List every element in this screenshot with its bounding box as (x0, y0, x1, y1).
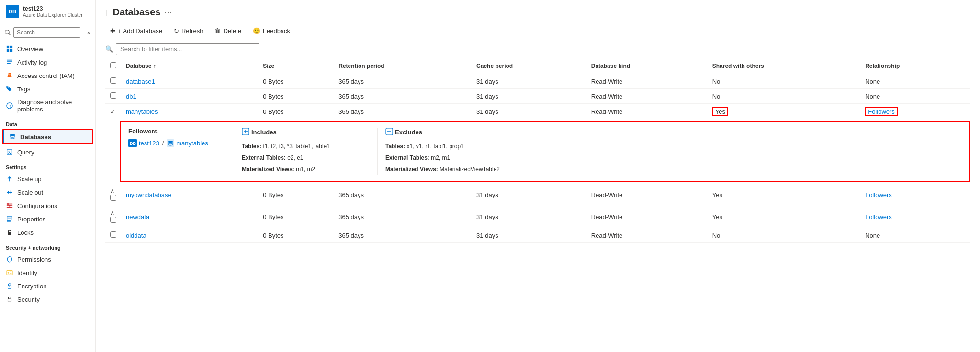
table-row: ∧ newdata 0 Bytes 365 days 31 days Read-… (105, 206, 970, 228)
followers-expanded-row: Followers DB test123 / (105, 120, 970, 184)
sidebar-item-activity-log[interactable]: Activity log (0, 55, 95, 69)
select-all-checkbox[interactable] (110, 62, 116, 68)
main-content: | Databases ··· ✚ + Add Database ↻ Refre… (96, 0, 980, 352)
toolbar: ✚ + Add Database ↻ Refresh 🗑 Delete 🙂 Fe… (96, 22, 980, 40)
sidebar-item-permissions[interactable]: Permissions (0, 253, 95, 266)
table-body: database1 0 Bytes 365 days 31 days Read-… (105, 74, 970, 243)
app-title: test123 (23, 5, 83, 13)
row-checkbox[interactable] (110, 77, 116, 84)
svg-point-17 (9, 286, 10, 287)
sidebar-item-configurations[interactable]: Configurations (0, 199, 95, 212)
table-row: database1 0 Bytes 365 days 31 days Read-… (105, 74, 970, 89)
shared-value-highlighted: Yes (712, 107, 728, 116)
svg-point-6 (10, 134, 15, 136)
sidebar-item-overview[interactable]: Overview (0, 42, 95, 55)
table-header-row: Database ↑ Size Retention period Cache p… (105, 58, 970, 74)
svg-rect-2 (7, 49, 9, 52)
cluster-name[interactable]: test123 (139, 140, 159, 147)
followers-col: Followers DB test123 / (128, 128, 234, 175)
configurations-icon (6, 202, 13, 209)
search-input[interactable] (13, 27, 80, 38)
diagnose-icon: ? (6, 102, 13, 110)
app-logo: DB (6, 5, 19, 18)
col-size: Size (258, 58, 334, 74)
table-row: ∧ myowndatabase 0 Bytes 365 days 31 days… (105, 184, 970, 206)
row-checkbox[interactable] (110, 231, 116, 238)
col-shared: Shared with others (708, 58, 860, 74)
svg-point-10 (7, 203, 9, 205)
sidebar-item-encryption[interactable]: Encryption (0, 279, 95, 293)
excludes-col-title: Excludes (385, 128, 521, 137)
sidebar-item-scale-out[interactable]: Scale out (0, 186, 95, 199)
feedback-button[interactable]: 🙂 Feedback (248, 25, 295, 37)
svg-point-15 (8, 272, 10, 274)
query-icon (6, 148, 13, 156)
svg-rect-18 (8, 299, 11, 302)
db-name[interactable]: manytables (176, 140, 208, 147)
sidebar-item-query[interactable]: Query (0, 145, 95, 159)
row-expand-arrow[interactable]: ✓ (110, 108, 115, 115)
sidebar: DB test123 Azure Data Explorer Cluster «… (0, 0, 96, 352)
svg-point-12 (11, 207, 12, 209)
includes-col-title: Includes (242, 128, 377, 137)
search-icon (5, 30, 11, 35)
sidebar-item-databases[interactable]: Databases (3, 130, 92, 143)
svg-text:?: ? (9, 104, 11, 109)
svg-rect-1 (10, 46, 12, 48)
col-checkbox (105, 58, 121, 74)
locks-icon (6, 229, 13, 236)
svg-rect-21 (167, 139, 174, 147)
tags-icon (6, 85, 13, 93)
sidebar-item-iam[interactable]: Access control (IAM) (0, 69, 95, 82)
sidebar-search-area[interactable]: « (0, 23, 95, 42)
excludes-materialized: Materialized Views: MaterializedViewTabl… (385, 164, 521, 175)
permissions-icon (6, 255, 13, 263)
table-container: Database ↑ Size Retention period Cache p… (96, 58, 980, 352)
collapse-icon[interactable]: « (87, 29, 90, 36)
table-row: ✓ manytables 0 Bytes 365 days 31 days Re… (105, 104, 970, 120)
filter-input[interactable] (116, 43, 259, 55)
row-checkbox[interactable] (110, 217, 116, 223)
sidebar-item-identity[interactable]: Identity (0, 266, 95, 279)
refresh-icon: ↻ (174, 27, 179, 34)
delete-button[interactable]: 🗑 Delete (210, 25, 246, 37)
relationship-followers-highlighted[interactable]: Followers (865, 107, 898, 116)
sidebar-item-security[interactable]: Security (0, 293, 95, 306)
overview-icon (6, 45, 13, 53)
encryption-icon (6, 282, 13, 290)
relationship-followers[interactable]: Followers (865, 191, 892, 198)
followers-path: DB test123 / (128, 139, 234, 147)
refresh-button[interactable]: ↻ Refresh (169, 25, 208, 37)
sidebar-item-scale-up[interactable]: Scale up (0, 172, 95, 186)
row-checkbox[interactable] (110, 195, 116, 201)
sidebar-item-diagnose[interactable]: ? Diagnose and solve problems (0, 96, 95, 116)
svg-point-22 (168, 141, 173, 143)
includes-icon (242, 128, 249, 137)
sidebar-item-properties[interactable]: Properties (0, 212, 95, 226)
col-database[interactable]: Database ↑ (121, 58, 258, 74)
filter-search-icon: 🔍 (105, 45, 113, 53)
database-link[interactable]: manytables (126, 108, 158, 115)
row-checkbox[interactable] (110, 92, 116, 99)
followers-col-title: Followers (128, 128, 234, 135)
col-relationship: Relationship (860, 58, 970, 74)
includes-materialized: Materialized Views: m1, m2 (242, 164, 377, 175)
col-kind: Database kind (586, 58, 708, 74)
database-link[interactable]: database1 (126, 78, 155, 85)
sidebar-item-locks[interactable]: Locks (0, 226, 95, 239)
database-link[interactable]: db1 (126, 93, 136, 100)
add-icon: ✚ (110, 27, 115, 34)
excludes-icon (385, 128, 393, 137)
database-link[interactable]: olddata (126, 232, 146, 239)
collapse-arrow[interactable]: ∧ (110, 187, 115, 195)
database-link[interactable]: myowndatabase (126, 191, 171, 198)
add-database-button[interactable]: ✚ + Add Database (105, 25, 167, 37)
relationship-followers[interactable]: Followers (865, 213, 892, 220)
svg-rect-0 (7, 46, 9, 48)
includes-tables: Tables: t1, t2, t3, *3, table1, lable1 (242, 141, 377, 152)
database-link[interactable]: newdata (126, 213, 149, 220)
collapse-arrow[interactable]: ∧ (110, 209, 115, 217)
more-options-button[interactable]: ··· (164, 7, 171, 17)
sidebar-item-tags[interactable]: Tags (0, 82, 95, 96)
security-icon (6, 296, 13, 303)
